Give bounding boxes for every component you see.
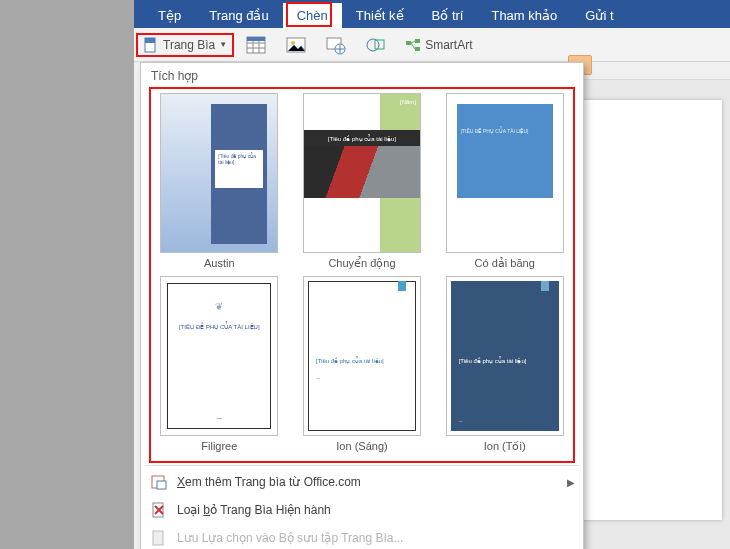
cover-page-gallery: [Tiêu đề phụ của tài liệu] Austin [Năm] … [141, 89, 583, 463]
gallery-label: Ion (Tối) [484, 436, 526, 455]
tab-layout[interactable]: Bố trí [418, 3, 478, 28]
cover-page-dropdown: Tích hợp [Tiêu đề phụ của tài liệu] Aust… [140, 62, 584, 549]
remove-cover-icon [151, 502, 167, 518]
pictures-icon [285, 34, 307, 56]
svg-rect-1 [145, 38, 155, 43]
gallery-label: Austin [204, 253, 235, 271]
tab-mailings[interactable]: Gửi t [571, 3, 627, 28]
thumb-austin: [Tiêu đề phụ của tài liệu] [160, 93, 278, 253]
gallery-item-codaibang[interactable]: [TIÊU ĐỀ PHỤ CỦA TÀI LIỆU] Có dải băng [438, 93, 571, 272]
save-gallery-icon [151, 530, 167, 546]
cover-page-button[interactable]: Trang Bìa ▼ [136, 33, 234, 57]
chevron-down-icon: ▼ [219, 40, 227, 49]
menu-label: Lưu Lựa chọn vào Bộ sưu tập Trang Bìa... [177, 531, 403, 545]
menu-label: Xem thêm Trang bìa từ Office.com [177, 475, 361, 489]
chevron-right-icon: ▶ [567, 477, 575, 488]
menu-save-selection: Lưu Lựa chọn vào Bộ sưu tập Trang Bìa... [141, 524, 583, 549]
office-icon [151, 474, 167, 490]
thumb-codaibang: [TIÊU ĐỀ PHỤ CỦA TÀI LIỆU] [446, 93, 564, 253]
tab-insert[interactable]: Chèn [283, 3, 342, 28]
svg-rect-18 [157, 481, 166, 489]
gallery-section-header: Tích hợp [141, 63, 583, 89]
gallery-item-ion-sang[interactable]: [Tiêu đề phụ của tài liệu]— Ion (Sáng) [296, 276, 429, 455]
svg-rect-13 [375, 40, 384, 49]
gallery-item-austin[interactable]: [Tiêu đề phụ của tài liệu] Austin [153, 93, 286, 272]
gallery-label: Chuyển động [328, 253, 395, 272]
shapes-button[interactable] [358, 30, 394, 60]
svg-point-9 [291, 41, 295, 45]
smartart-button[interactable]: SmartArt [398, 33, 479, 57]
gallery-label: Có dải băng [475, 253, 535, 272]
smartart-icon [405, 37, 421, 53]
cover-page-label: Trang Bìa [163, 38, 215, 52]
gallery-label: Filigree [201, 436, 237, 454]
cover-page-icon [143, 37, 159, 53]
gallery-item-ion-toi[interactable]: [Tiêu đề phụ của tài liệu]— Ion (Tối) [438, 276, 571, 455]
menu-more-from-office[interactable]: Xem thêm Trang bìa từ Office.com ▶ [141, 468, 583, 496]
online-pictures-button[interactable] [318, 30, 354, 60]
svg-rect-16 [415, 47, 420, 51]
smartart-label: SmartArt [425, 38, 472, 52]
pictures-button[interactable] [278, 30, 314, 60]
gallery-label: Ion (Sáng) [336, 436, 387, 454]
tab-file[interactable]: Tệp [144, 3, 195, 28]
gallery-item-filigree[interactable]: ❦[TIÊU ĐỀ PHỤ CỦA TÀI LIỆU]— Filigree [153, 276, 286, 455]
shapes-icon [365, 34, 387, 56]
tab-references[interactable]: Tham khảo [477, 3, 571, 28]
online-pictures-icon [325, 34, 347, 56]
app-window: Tệp Trang đầu Chèn Thiết kế Bố trí Tham … [134, 0, 730, 549]
svg-rect-20 [153, 531, 163, 545]
menu-separator [145, 465, 579, 466]
table-button[interactable] [238, 30, 274, 60]
thumb-chuyendong: [Năm] [Tiêu đề phụ của tài liệu] [303, 93, 421, 253]
thumb-filigree: ❦[TIÊU ĐỀ PHỤ CỦA TÀI LIỆU]— [160, 276, 278, 436]
gallery-item-chuyendong[interactable]: [Năm] [Tiêu đề phụ của tài liệu] Chuyển … [296, 93, 429, 272]
menu-label: Loại bỏ Trang Bìa Hiện hành [177, 503, 331, 517]
thumb-ion-toi: [Tiêu đề phụ của tài liệu]— [446, 276, 564, 436]
table-icon [245, 34, 267, 56]
svg-rect-14 [406, 41, 411, 45]
thumb-ion-sang: [Tiêu đề phụ của tài liệu]— [303, 276, 421, 436]
tab-home[interactable]: Trang đầu [195, 3, 283, 28]
ribbon-toolbar: Trang Bìa ▼ SmartArt [134, 28, 730, 62]
ribbon-tabs: Tệp Trang đầu Chèn Thiết kế Bố trí Tham … [134, 0, 730, 28]
svg-rect-7 [247, 37, 265, 41]
svg-rect-15 [415, 39, 420, 43]
tab-design[interactable]: Thiết kế [342, 3, 418, 28]
menu-remove-cover[interactable]: Loại bỏ Trang Bìa Hiện hành [141, 496, 583, 524]
